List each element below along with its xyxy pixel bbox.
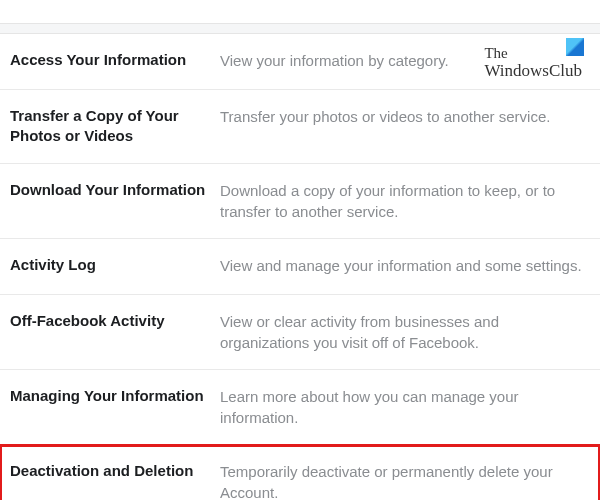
row-label: Download Your Information [10,180,220,200]
row-label: Access Your Information [10,50,220,70]
row-label: Deactivation and Deletion [10,461,220,481]
row-desc: Learn more about how you can manage your… [220,386,590,428]
row-desc: Transfer your photos or videos to anothe… [220,106,590,127]
top-blank [0,0,600,24]
row-activity-log[interactable]: Activity Log View and manage your inform… [0,239,600,295]
row-access-your-information[interactable]: Access Your Information View your inform… [0,34,600,90]
row-label: Transfer a Copy of Your Photos or Videos [10,106,220,147]
row-desc: View or clear activity from businesses a… [220,311,590,353]
row-desc: Temporarily deactivate or permanently de… [220,461,590,501]
row-deactivation-deletion[interactable]: Deactivation and Deletion Temporarily de… [0,445,600,501]
row-desc: View your information by category. [220,50,590,71]
section-divider [0,24,600,34]
row-managing-information[interactable]: Managing Your Information Learn more abo… [0,370,600,445]
row-transfer-copy[interactable]: Transfer a Copy of Your Photos or Videos… [0,90,600,164]
row-download-information[interactable]: Download Your Information Download a cop… [0,164,600,239]
row-off-facebook-activity[interactable]: Off-Facebook Activity View or clear acti… [0,295,600,370]
settings-list: Access Your Information View your inform… [0,34,600,500]
row-label: Off-Facebook Activity [10,311,220,331]
row-desc: Download a copy of your information to k… [220,180,590,222]
row-label: Activity Log [10,255,220,275]
row-label: Managing Your Information [10,386,220,406]
row-desc: View and manage your information and som… [220,255,590,276]
